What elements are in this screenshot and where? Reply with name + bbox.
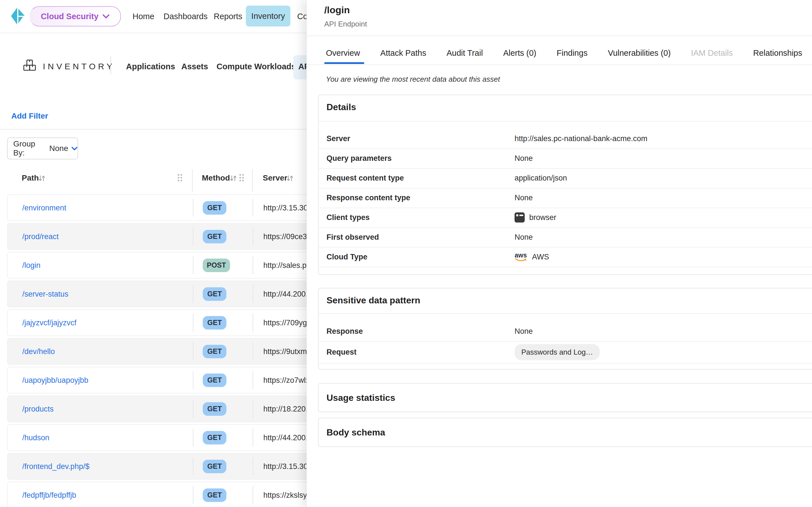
column-header-method[interactable]: Method (202, 173, 230, 182)
method-badge: GET (203, 431, 226, 445)
detail-label: Response (326, 327, 363, 336)
divider (319, 267, 812, 267)
chevron-down-icon (102, 14, 110, 18)
body-schema-card[interactable]: Body schema (318, 418, 812, 447)
path-link[interactable]: /hudson (22, 433, 49, 442)
divider (319, 121, 812, 122)
detail-row: Request content type application/json (319, 168, 812, 188)
cell-separator (253, 486, 253, 504)
sensitive-data-card: Sensitive data pattern Response None Req… (318, 288, 812, 370)
active-tab-indicator (324, 62, 364, 64)
path-link[interactable]: /login (22, 261, 41, 270)
cell-separator (253, 199, 253, 217)
path-link[interactable]: /uapoyjbb/uapoyjbb (22, 376, 88, 385)
sort-icon[interactable] (286, 174, 294, 182)
column-separator (252, 170, 253, 192)
tab-attack-paths[interactable]: Attack Paths (380, 48, 426, 58)
detail-row: Request Passwords and Log… (319, 341, 812, 363)
detail-label: Request (326, 348, 357, 356)
detail-label: Response content type (326, 193, 410, 202)
method-badge: GET (203, 345, 226, 358)
nav-item-reports[interactable]: Reports (214, 12, 243, 21)
inventory-boxes-icon (23, 59, 36, 72)
nav-item-home[interactable]: Home (133, 12, 154, 21)
detail-row: Response None (319, 321, 812, 341)
detail-row: Response content type None (319, 188, 812, 208)
recent-data-notice: You are viewing the most recent data abo… (326, 75, 500, 83)
sensitive-data-heading: Sensitive data pattern (326, 295, 420, 305)
tab-audit-trail[interactable]: Audit Trail (447, 48, 483, 58)
table-row[interactable]: /fedpffjb/fedpffjb GET https://zkslsyj (7, 482, 306, 507)
cell-separator (253, 457, 253, 475)
detail-value: None (515, 193, 533, 202)
cell-separator (253, 400, 253, 418)
inventory-title: INVENTORY (43, 62, 115, 71)
nav-item-inventory[interactable]: Inventory (246, 6, 290, 26)
divider (307, 36, 812, 36)
table-row[interactable]: /dev/hello GET https://9utxm (7, 338, 306, 365)
column-header-server[interactable]: Server (263, 173, 287, 182)
group-by-label: Group By: (13, 139, 46, 158)
table-row[interactable]: /products GET http://18.220. (7, 395, 306, 422)
sort-icon[interactable] (229, 174, 238, 182)
path-link[interactable]: /products (22, 404, 54, 413)
path-link[interactable]: /jajyzvcf/jajyzvcf (22, 318, 77, 327)
cell-separator (193, 486, 193, 504)
group-by-dropdown[interactable]: Group By: None (7, 137, 78, 159)
cell-separator (193, 314, 193, 332)
subnav-assets[interactable]: Assets (181, 62, 208, 71)
client-type-text: browser (529, 213, 556, 222)
method-badge: GET (203, 230, 226, 243)
table-row[interactable]: /prod/react GET https://09ce3 (7, 223, 306, 250)
detail-value: application/json (515, 174, 567, 182)
method-badge: GET (203, 489, 226, 502)
path-link[interactable]: /server-status (22, 290, 68, 298)
sensitive-pattern-chip[interactable]: Passwords and Log… (515, 344, 600, 360)
method-badge: POST (203, 259, 230, 272)
path-link[interactable]: /fedpffjb/fedpffjb (22, 491, 76, 499)
table-row[interactable]: /jajyzvcf/jajyzvcf GET https://709yg (7, 309, 306, 336)
server-cell: http://sales.pc (263, 261, 306, 270)
tab-overview[interactable]: Overview (326, 48, 360, 58)
table-row[interactable]: /login POST http://sales.pc (7, 252, 306, 279)
table-row[interactable]: /environment GET http://3.15.30 (7, 194, 306, 221)
table-row[interactable]: /hudson GET http://44.200. (7, 424, 306, 451)
cell-separator (253, 285, 253, 303)
usage-statistics-card[interactable]: Usage statistics (318, 383, 812, 412)
tab-alerts[interactable]: Alerts (0) (503, 48, 537, 58)
detail-value: None (515, 154, 533, 163)
drag-handle-icon[interactable] (177, 173, 183, 182)
sort-icon[interactable] (38, 174, 46, 182)
path-link[interactable]: /environment (22, 203, 66, 212)
path-link[interactable]: /frontend_dev.php/$ (22, 462, 89, 471)
product-switcher[interactable]: Cloud Security (30, 6, 121, 26)
subnav-compute-workloads[interactable]: Compute Workloads (216, 62, 296, 71)
subnav-applications[interactable]: Applications (126, 62, 175, 71)
table-row[interactable]: /frontend_dev.php/$ GET http://3.15.30 (7, 453, 306, 480)
method-badge: GET (203, 201, 226, 215)
cell-separator (193, 342, 193, 360)
method-badge: GET (203, 287, 226, 301)
column-separator (192, 170, 193, 192)
subnav-apis-truncated[interactable]: AP (298, 62, 306, 71)
drag-handle-icon[interactable] (239, 173, 245, 182)
nav-item-compliance-truncated[interactable]: Co (297, 12, 306, 21)
tab-vulnerabilities[interactable]: Vulnerabilities (0) (608, 48, 671, 58)
divider (319, 313, 812, 314)
nav-item-dashboards[interactable]: Dashboards (163, 12, 207, 21)
column-header-path[interactable]: Path (22, 173, 39, 182)
add-filter-button[interactable]: Add Filter (11, 112, 48, 121)
table-row[interactable]: /uapoyjbb/uapoyjbb GET https://zo7wlx (7, 367, 306, 393)
path-link[interactable]: /dev/hello (22, 347, 55, 356)
path-link[interactable]: /prod/react (22, 232, 59, 241)
detail-value: browser (515, 212, 556, 223)
tab-findings[interactable]: Findings (557, 48, 588, 58)
tab-relationships[interactable]: Relationships (753, 48, 802, 58)
cell-separator (193, 199, 193, 217)
chevron-down-icon (71, 147, 78, 151)
table-row[interactable]: /server-status GET http://44.200. (7, 281, 306, 307)
cell-separator (193, 285, 193, 303)
aws-logo-icon: aws (515, 252, 527, 262)
detail-value: None (515, 233, 533, 242)
cell-separator (193, 228, 193, 245)
